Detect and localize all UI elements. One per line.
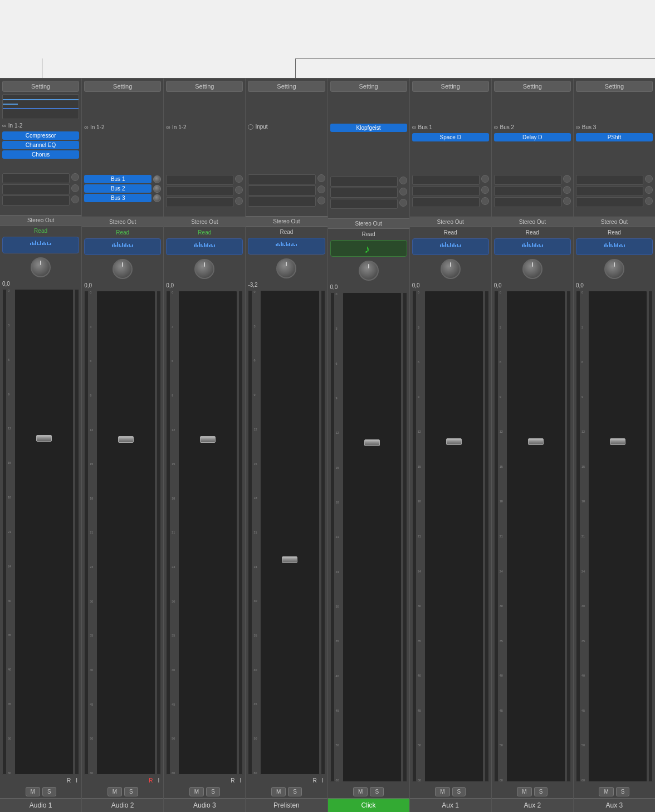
setting-btn-audio2[interactable]: Setting bbox=[84, 81, 161, 92]
meter-btn-aux2[interactable] bbox=[494, 238, 571, 255]
i-btn-audio1[interactable]: I bbox=[74, 777, 79, 784]
plugin-slot-empty-1-aux3 bbox=[576, 143, 653, 150]
m-btn-click[interactable]: M bbox=[353, 787, 368, 796]
read-btn-aux2[interactable]: Read bbox=[492, 228, 573, 237]
output-section-prelisten[interactable]: Stereo Out bbox=[246, 216, 327, 227]
meter-btn-audio1[interactable] bbox=[2, 237, 79, 253]
output-section-aux3[interactable]: Stereo Out bbox=[574, 217, 655, 227]
send-btn-2-audio2[interactable]: Bus 3 bbox=[84, 194, 151, 202]
setting-btn-prelisten[interactable]: Setting bbox=[248, 81, 325, 92]
vol-display-audio1: 0,0 bbox=[0, 280, 81, 288]
i-btn-audio3[interactable]: I bbox=[238, 777, 243, 784]
output-section-audio3[interactable]: Stereo Out bbox=[164, 217, 245, 227]
fader-cap-click[interactable] bbox=[364, 439, 380, 446]
i-btn-audio2[interactable]: I bbox=[156, 777, 161, 784]
output-section-aux1[interactable]: Stereo Out bbox=[410, 217, 491, 227]
plugin-slot-0-audio1[interactable]: Compressor bbox=[2, 131, 79, 140]
send-knob-1-audio2[interactable] bbox=[153, 185, 161, 193]
m-btn-audio2[interactable]: M bbox=[107, 787, 122, 796]
m-btn-aux1[interactable]: M bbox=[435, 787, 449, 796]
mixer-container: Setting ∞In 1-2CompressorChannel EQChoru… bbox=[0, 78, 655, 812]
send-btn-0-audio2[interactable]: Bus 1 bbox=[84, 175, 151, 183]
ri-section-audio1: RI bbox=[0, 776, 81, 785]
send-dot-2-audio3 bbox=[235, 197, 243, 205]
r-btn-prelisten[interactable]: R bbox=[311, 777, 318, 784]
input-btn-click[interactable]: Klopfgeist bbox=[330, 124, 407, 132]
plugin-slot-0-aux3[interactable]: PShft bbox=[576, 133, 653, 141]
setting-btn-aux2[interactable]: Setting bbox=[494, 81, 571, 92]
read-btn-prelisten[interactable]: Read bbox=[246, 228, 327, 236]
s-btn-audio1[interactable]: S bbox=[42, 787, 56, 796]
s-btn-audio3[interactable]: S bbox=[206, 787, 220, 796]
meter-btn-aux3[interactable] bbox=[576, 238, 653, 255]
read-btn-audio2[interactable]: Read bbox=[82, 228, 163, 237]
pan-knob-click[interactable] bbox=[359, 261, 379, 281]
send-knob-2-audio2[interactable] bbox=[153, 194, 161, 202]
m-btn-audio3[interactable]: M bbox=[189, 787, 204, 796]
fader-cap-aux1[interactable] bbox=[446, 438, 462, 445]
s-btn-aux3[interactable]: S bbox=[616, 787, 630, 796]
r-btn-audio3[interactable]: R bbox=[229, 777, 236, 784]
s-btn-prelisten[interactable]: S bbox=[288, 787, 302, 796]
vol-display-aux1: 0,0 bbox=[410, 281, 491, 290]
fader-cap-audio3[interactable] bbox=[200, 436, 216, 443]
read-btn-aux1[interactable]: Read bbox=[410, 228, 491, 237]
meter-btn-audio3[interactable] bbox=[166, 238, 243, 255]
fader-cap-audio2[interactable] bbox=[118, 436, 134, 443]
setting-btn-audio1[interactable]: Setting bbox=[2, 81, 79, 92]
plugin-slot-0-aux2[interactable]: Delay D bbox=[494, 133, 571, 141]
fader-cap-aux2[interactable] bbox=[528, 438, 544, 445]
pan-knob-aux2[interactable] bbox=[522, 259, 542, 279]
pan-knob-aux1[interactable] bbox=[441, 259, 461, 279]
m-btn-prelisten[interactable]: M bbox=[271, 787, 286, 796]
i-btn-prelisten[interactable]: I bbox=[320, 777, 325, 784]
pan-knob-audio1[interactable] bbox=[31, 257, 51, 277]
s-btn-aux1[interactable]: S bbox=[452, 787, 466, 796]
m-btn-audio1[interactable]: M bbox=[26, 787, 40, 796]
fader-cap-aux3[interactable] bbox=[610, 438, 625, 445]
fader-cap-prelisten[interactable] bbox=[282, 556, 297, 563]
read-btn-click[interactable]: Read bbox=[328, 230, 409, 238]
meter-btn-click[interactable]: ♪ bbox=[330, 240, 407, 257]
vol-display-audio2: 0,0 bbox=[82, 281, 163, 290]
fader-cap-audio1[interactable] bbox=[36, 435, 52, 442]
send-empty-row-0-audio3 bbox=[166, 175, 243, 185]
pan-knob-audio3[interactable] bbox=[194, 259, 214, 279]
pan-knob-prelisten[interactable] bbox=[276, 258, 296, 278]
r-btn-audio2[interactable]: R bbox=[147, 777, 154, 784]
send-empty-slot-2-aux3 bbox=[576, 197, 643, 207]
plugin-slot-2-audio1[interactable]: Chorus bbox=[2, 150, 79, 159]
meter-btn-aux1[interactable] bbox=[412, 238, 489, 255]
output-section-aux2[interactable]: Stereo Out bbox=[492, 217, 573, 227]
setting-btn-aux1[interactable]: Setting bbox=[412, 81, 489, 92]
plugin-slot-1-audio1[interactable]: Channel EQ bbox=[2, 141, 79, 149]
ri-section-prelisten: RI bbox=[246, 776, 327, 785]
send-btn-1-audio2[interactable]: Bus 2 bbox=[84, 184, 151, 193]
setting-btn-click[interactable]: Setting bbox=[330, 81, 407, 92]
output-section-click[interactable]: Stereo Out bbox=[328, 218, 409, 229]
s-btn-click[interactable]: S bbox=[370, 787, 384, 796]
output-section-audio1[interactable]: Stereo Out bbox=[0, 215, 81, 226]
read-btn-aux3[interactable]: Read bbox=[574, 228, 655, 237]
fader-scale-aux1: 03691215182124303540455060 bbox=[418, 291, 423, 782]
read-btn-audio1[interactable]: Read bbox=[0, 227, 81, 235]
s-btn-audio2[interactable]: S bbox=[124, 787, 138, 796]
plugin-slot-0-aux1[interactable]: Space D bbox=[412, 133, 489, 141]
r-btn-audio1[interactable]: R bbox=[65, 777, 72, 784]
s-btn-aux2[interactable]: S bbox=[534, 787, 548, 796]
setting-btn-aux3[interactable]: Setting bbox=[576, 81, 653, 92]
m-btn-aux2[interactable]: M bbox=[517, 787, 531, 796]
setting-btn-audio3[interactable]: Setting bbox=[166, 81, 243, 92]
level-meter-right-audio3 bbox=[238, 291, 243, 775]
pan-knob-audio2[interactable] bbox=[113, 259, 133, 279]
output-section-audio2[interactable]: Stereo Out bbox=[82, 217, 163, 227]
read-btn-audio3[interactable]: Read bbox=[164, 228, 245, 237]
meter-btn-prelisten[interactable] bbox=[248, 238, 325, 255]
m-btn-aux3[interactable]: M bbox=[599, 787, 613, 796]
input-label-audio1: In 1-2 bbox=[8, 123, 23, 129]
meter-btn-audio2[interactable] bbox=[84, 238, 161, 255]
send-slot-0-audio2: Bus 1 bbox=[84, 175, 161, 183]
level-meter-right-aux3 bbox=[648, 291, 653, 782]
pan-knob-aux3[interactable] bbox=[604, 259, 624, 279]
send-knob-0-audio2[interactable] bbox=[153, 175, 161, 183]
